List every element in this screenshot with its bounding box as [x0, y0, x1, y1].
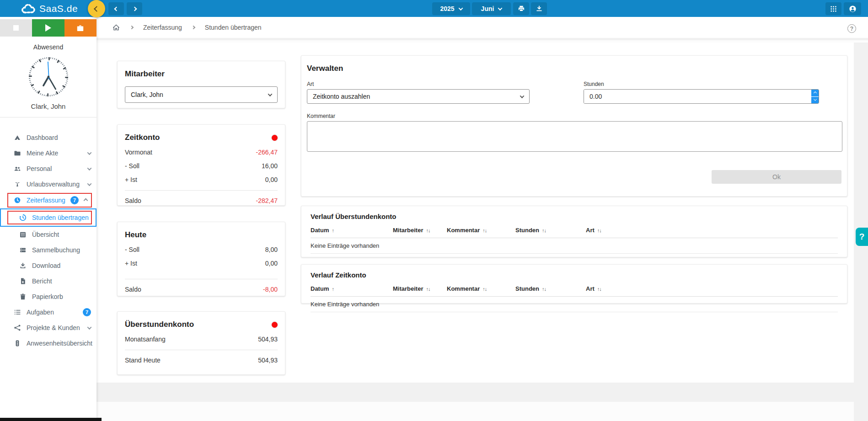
row-label: + Ist	[125, 260, 137, 267]
dashboard-icon	[14, 134, 21, 141]
sort-icon[interactable]: ↑↓	[542, 286, 546, 292]
sidebar-collapse-button[interactable]	[88, 0, 105, 17]
column-header-art[interactable]: Art ↑↓	[586, 227, 838, 234]
calendar-icon	[19, 231, 27, 238]
row-value: 504,93	[258, 336, 278, 343]
sidebar-item-aufgaben[interactable]: Aufgaben 7	[0, 304, 96, 320]
chevron-up-icon	[84, 198, 88, 203]
palm-tree-icon	[14, 181, 21, 188]
sort-icon[interactable]: ↑↓	[482, 286, 487, 292]
verlauf-ueberstundenkonto-card: Verlauf Überstundenkonto Datum ↑ Mitarbe…	[301, 206, 847, 257]
sort-icon[interactable]: ↑↓	[597, 286, 601, 292]
ueberstunden-row-monatsanfang: Monatsanfang 504,93	[125, 336, 278, 343]
home-icon[interactable]	[112, 23, 120, 32]
account-button[interactable]	[844, 2, 861, 15]
breadcrumb-stunden-uebertragen[interactable]: Stunden übertragen	[205, 24, 262, 31]
clock-avatar	[27, 56, 70, 98]
chevron-right-icon	[130, 26, 134, 29]
column-header-datum[interactable]: Datum ↑	[311, 285, 393, 292]
mitarbeiter-card: Mitarbeiter Clark, John	[117, 61, 285, 108]
chevron-down-icon	[87, 325, 92, 330]
column-header-mitarbeiter[interactable]: Mitarbeiter ↑↓	[393, 227, 447, 234]
sidebar-item-projekte-kunden[interactable]: Projekte & Kunden	[0, 320, 96, 336]
sort-asc-icon[interactable]: ↑	[332, 286, 334, 292]
month-select[interactable]: Juni	[472, 2, 511, 15]
presence-status-buttons	[0, 19, 96, 37]
previous-month-button[interactable]	[108, 2, 124, 15]
column-header-stunden[interactable]: Stunden ↑↓	[515, 227, 586, 234]
row-value: 0,00	[265, 176, 278, 183]
aufgaben-badge: 7	[83, 308, 91, 316]
column-label: Art	[586, 285, 595, 292]
clock-icon	[14, 197, 21, 204]
sidebar-item-label: Bericht	[32, 277, 52, 285]
sort-asc-icon[interactable]: ↑	[332, 228, 334, 233]
row-value: -282,47	[256, 197, 278, 204]
year-select[interactable]: 2025	[432, 2, 470, 15]
status-stop-button[interactable]	[0, 19, 32, 37]
traffic-light-icon	[14, 340, 21, 347]
column-header-mitarbeiter[interactable]: Mitarbeiter ↑↓	[393, 285, 447, 292]
play-icon	[45, 24, 51, 32]
column-header-art[interactable]: Art ↑↓	[586, 285, 838, 292]
status-business-button[interactable]	[64, 19, 96, 37]
breadcrumb-zeiterfassung[interactable]: Zeiterfassung	[143, 24, 182, 31]
app-logo[interactable]: SaaS.de	[21, 0, 78, 17]
kommentar-textarea[interactable]	[307, 121, 842, 152]
sidebar-item-zeiterfassung[interactable]: Zeiterfassung 7	[0, 192, 96, 208]
content-area: Zeiterfassung Stunden übertragen ? Mitar…	[96, 17, 868, 421]
sort-icon[interactable]: ↑↓	[482, 228, 487, 233]
trash-icon	[19, 293, 27, 300]
sidebar-item-label: Download	[32, 262, 60, 269]
verwalten-card: Verwalten Art Zeitkonto auszahlen Stunde…	[301, 55, 847, 197]
tour-highlight-red-box: Stunden übertragen	[7, 211, 92, 224]
sidebar-item-meine-akte[interactable]: Meine Akte	[0, 145, 96, 161]
row-label: Vormonat	[125, 149, 152, 156]
mitarbeiter-select[interactable]: Clark, John	[125, 86, 278, 103]
next-month-button[interactable]	[127, 2, 142, 15]
column-header-stunden[interactable]: Stunden ↑↓	[515, 285, 586, 292]
stunden-input[interactable]	[584, 90, 811, 103]
sidebar-item-anwesenheitsuebersicht[interactable]: Anwesenheitsübersicht	[0, 336, 96, 351]
column-header-kommentar[interactable]: Kommentar ↑↓	[447, 285, 515, 292]
chevron-down-icon	[268, 92, 273, 96]
ok-button[interactable]: Ok	[712, 170, 841, 184]
sidebar-item-personal[interactable]: Personal	[0, 161, 96, 176]
row-value: -8,00	[263, 286, 278, 293]
divider	[125, 350, 278, 350]
sidebar-item-papierkorb[interactable]: Papierkorb	[0, 289, 96, 304]
sidebar-item-sammelbuchung[interactable]: Sammelbuchung	[0, 242, 96, 258]
column-header-kommentar[interactable]: Kommentar ↑↓	[447, 227, 515, 234]
sort-icon[interactable]: ↑↓	[426, 286, 430, 292]
row-value: -266,47	[256, 149, 278, 156]
zeitkonto-card: Zeitkonto Vormonat -266,47 - Soll 16,00 …	[117, 124, 285, 206]
breadcrumb-help-icon[interactable]: ?	[847, 24, 856, 33]
sort-icon[interactable]: ↑↓	[597, 228, 601, 233]
sort-icon[interactable]: ↑↓	[542, 228, 546, 233]
art-select[interactable]: Zeitkonto auszahlen	[307, 89, 530, 104]
sort-icon[interactable]: ↑↓	[426, 228, 430, 233]
download-button[interactable]	[531, 2, 547, 15]
stunden-input-wrap	[584, 89, 819, 104]
tour-highlight-red-box: Zeiterfassung 7	[7, 193, 92, 208]
help-fab-button[interactable]: ?	[856, 228, 868, 246]
breadcrumb: Zeiterfassung Stunden übertragen ?	[96, 17, 868, 40]
print-button[interactable]	[513, 2, 529, 15]
apps-grid-button[interactable]	[825, 2, 841, 15]
heute-row-saldo: Saldo -8,00	[125, 286, 278, 293]
sidebar-item-dashboard[interactable]: Dashboard	[0, 130, 96, 145]
sidebar-item-urlaubsverwaltung[interactable]: Urlaubsverwaltung	[0, 176, 96, 192]
column-header-datum[interactable]: Datum ↑	[311, 227, 393, 234]
stunden-increment-button[interactable]	[811, 90, 819, 96]
column-label: Datum	[311, 285, 329, 292]
sidebar-item-download[interactable]: Download	[0, 258, 96, 273]
sidebar-item-uebersicht[interactable]: Übersicht	[0, 227, 96, 242]
status-start-button[interactable]	[32, 19, 64, 37]
chevron-left-icon	[94, 6, 100, 12]
sidebar-item-bericht[interactable]: Bericht	[0, 273, 96, 289]
chevron-down-icon	[498, 6, 503, 11]
stunden-decrement-button[interactable]	[811, 97, 819, 104]
download-icon	[19, 262, 27, 269]
printer-icon	[518, 5, 525, 12]
sidebar-item-stunden-uebertragen[interactable]: Stunden übertragen	[0, 208, 96, 227]
